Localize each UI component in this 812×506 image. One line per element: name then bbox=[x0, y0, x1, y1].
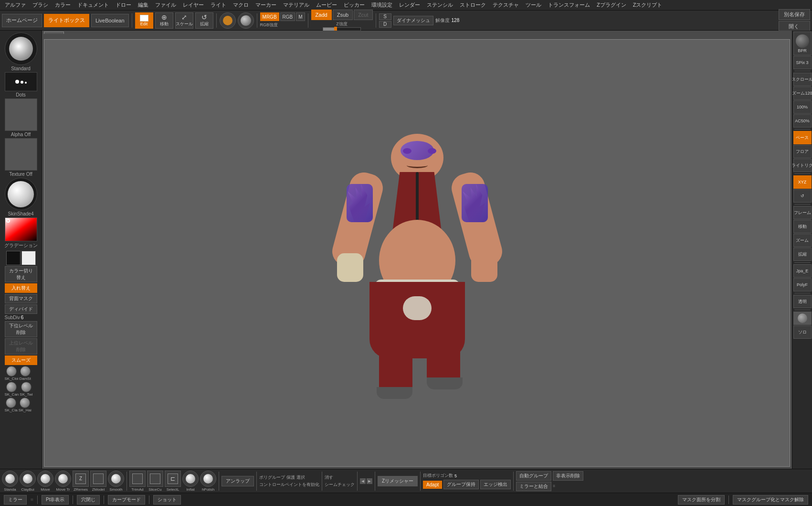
solo-button[interactable]: ソロ bbox=[793, 325, 812, 339]
menu-edit[interactable]: 編集 bbox=[135, 0, 151, 10]
canvas-area[interactable] bbox=[42, 31, 792, 469]
brush-preview[interactable] bbox=[5, 32, 37, 65]
smooth-button[interactable]: スムーズ bbox=[5, 355, 37, 365]
lightrig-button[interactable]: ライトリグ bbox=[793, 159, 812, 172]
menu-light[interactable]: ライト bbox=[208, 0, 229, 10]
rotate-cam-button[interactable]: ↺ bbox=[793, 189, 812, 203]
brush-sk-hai[interactable]: SK_Hai bbox=[19, 398, 32, 412]
brush-sk-cla[interactable]: SK_Cla bbox=[5, 398, 18, 412]
mirror-button[interactable]: ミラー bbox=[4, 495, 27, 505]
menu-movie[interactable]: ムービー bbox=[313, 0, 340, 10]
canvas-tab[interactable] bbox=[44, 32, 64, 34]
menu-alpha[interactable]: アルファ bbox=[2, 0, 29, 10]
ghost-button[interactable] bbox=[793, 312, 812, 325]
menu-picker[interactable]: ピッカー bbox=[341, 0, 368, 10]
menu-tool[interactable]: ツール bbox=[523, 0, 544, 10]
menu-zplugin[interactable]: Zプラグイン bbox=[594, 0, 629, 10]
menu-macro[interactable]: マクロ bbox=[230, 0, 252, 10]
home-button[interactable]: ホームページ bbox=[2, 14, 42, 27]
menu-document[interactable]: ドキュメント bbox=[74, 0, 112, 10]
pt-hide-button[interactable]: Pt非表示 bbox=[42, 495, 69, 505]
dynamesh-button[interactable]: ダイナメッシュ bbox=[393, 16, 433, 25]
d-button[interactable]: D bbox=[379, 21, 391, 28]
menu-layer[interactable]: レイヤー bbox=[180, 0, 207, 10]
zadd-button[interactable]: Zadd bbox=[311, 10, 332, 20]
auto-group-button[interactable]: 自動グループ bbox=[516, 471, 551, 481]
spix-button[interactable]: SPix 3 bbox=[793, 56, 812, 69]
zoom120-button[interactable]: ズーム120 bbox=[793, 86, 812, 100]
xyz-button[interactable]: XYZ bbox=[793, 175, 812, 189]
zremesher-button[interactable]: Zリメッシャー bbox=[378, 476, 418, 486]
menu-material[interactable]: マテリアル bbox=[280, 0, 312, 10]
mirror-merge-button[interactable]: ミラーと結合 bbox=[516, 482, 551, 491]
brush-move[interactable]: Move bbox=[37, 471, 53, 492]
menu-draw[interactable]: ドロー bbox=[113, 0, 134, 10]
base-button[interactable]: ベース bbox=[793, 131, 812, 144]
back-mask-button[interactable]: 背面マスク bbox=[5, 294, 37, 303]
frame-button[interactable]: フレーム bbox=[793, 206, 812, 219]
bpr-button[interactable]: BPR bbox=[793, 32, 812, 55]
livebool-button[interactable]: LiveBoolean bbox=[91, 14, 129, 27]
move-button[interactable]: ⊕ 移動 bbox=[155, 12, 173, 29]
brush-sk-twi[interactable]: SK_Twi bbox=[20, 382, 32, 397]
floor-button[interactable]: フロア bbox=[793, 145, 812, 158]
dots-preview[interactable] bbox=[5, 72, 37, 91]
menu-render[interactable]: レンダー bbox=[396, 0, 423, 10]
brush-zmodel[interactable]: ZModel bbox=[90, 471, 106, 492]
brush-sk-can[interactable]: SK_Can bbox=[5, 382, 19, 397]
tool-slicecu[interactable]: SliceCu bbox=[147, 471, 163, 492]
zoom100-button[interactable]: 100% bbox=[793, 100, 812, 114]
color-white[interactable] bbox=[21, 251, 36, 265]
scroll-left-btn[interactable]: ◄ bbox=[360, 478, 366, 484]
material-preview[interactable] bbox=[5, 178, 37, 210]
anrap-button[interactable]: アンラップ bbox=[221, 476, 254, 486]
hide-delete-button[interactable]: 非表示削除 bbox=[553, 471, 583, 481]
jpae-button[interactable]: Jpa_E bbox=[793, 264, 812, 278]
polyf-button[interactable]: PolyF bbox=[793, 278, 812, 291]
color-black[interactable] bbox=[6, 251, 21, 265]
menu-zscript[interactable]: Zスクリプト bbox=[630, 0, 665, 10]
irekae-button[interactable]: 入れ替え bbox=[5, 283, 37, 293]
brush-zremes[interactable]: Z ZRemes bbox=[73, 471, 89, 492]
menu-preferences[interactable]: 環境設定 bbox=[369, 0, 395, 10]
rgb-button[interactable]: RGB bbox=[280, 12, 295, 21]
brush-claybui[interactable]: ClayBui bbox=[20, 471, 36, 492]
lower-delete-button[interactable]: 下位レベル削除 bbox=[5, 321, 37, 337]
ac50-button[interactable]: AC50% bbox=[793, 114, 812, 128]
dibide-button[interactable]: ディバイド bbox=[5, 304, 37, 314]
sphere-button[interactable] bbox=[238, 12, 254, 29]
draw-mode-button[interactable] bbox=[220, 12, 236, 29]
menu-stroke[interactable]: ストローク bbox=[457, 0, 489, 10]
edit-button[interactable]: Edit bbox=[135, 12, 153, 29]
tool-selectl[interactable]: ⊏ SelectL bbox=[165, 471, 181, 492]
menu-file[interactable]: ファイル bbox=[152, 0, 179, 10]
shot-button[interactable]: ショット bbox=[153, 495, 181, 505]
menu-color[interactable]: カラー bbox=[52, 0, 74, 10]
zsub-button[interactable]: Zsub bbox=[333, 10, 353, 20]
brush-moveti[interactable]: Move Tr bbox=[55, 471, 71, 492]
hole-fill-button[interactable]: 穴閉じ bbox=[77, 495, 100, 505]
brush-standard[interactable]: Standa bbox=[2, 471, 18, 492]
upper-delete-button[interactable]: 上位レベル削除 bbox=[5, 338, 37, 355]
curve-mode-button[interactable]: カーブモード bbox=[108, 495, 145, 505]
menu-brush[interactable]: ブラシ bbox=[30, 0, 51, 10]
menu-transform[interactable]: トランスフォーム bbox=[545, 0, 593, 10]
brush-damst[interactable]: DamSt bbox=[19, 366, 31, 381]
tool-trimad[interactable]: TrimAd bbox=[129, 471, 146, 492]
tool-inflat[interactable]: Inflat bbox=[182, 471, 199, 492]
scale2-button[interactable]: 拡縮 bbox=[793, 248, 812, 261]
tool-hpolish[interactable]: hPolish bbox=[200, 471, 216, 492]
menu-marker[interactable]: マーカー bbox=[253, 0, 279, 10]
rotate-button[interactable]: ↺ 拡縮 bbox=[195, 12, 213, 29]
menu-texture[interactable]: テクスチャ bbox=[490, 0, 522, 10]
s-button[interactable]: S bbox=[379, 13, 391, 20]
zoom2-button[interactable]: ズーム bbox=[793, 234, 812, 247]
gradient-bar[interactable] bbox=[5, 217, 37, 241]
zcut-button[interactable]: Zcut bbox=[354, 10, 372, 20]
mask-split-button[interactable]: マスク面所を分割 bbox=[678, 495, 725, 505]
alpha-preview[interactable] bbox=[5, 98, 37, 131]
group-hold-button[interactable]: グループ保持 bbox=[443, 480, 479, 489]
mrgb-button[interactable]: MRGB bbox=[260, 12, 279, 21]
m-button[interactable]: M bbox=[296, 12, 305, 21]
brush-smooth[interactable]: Smooth bbox=[108, 471, 124, 492]
